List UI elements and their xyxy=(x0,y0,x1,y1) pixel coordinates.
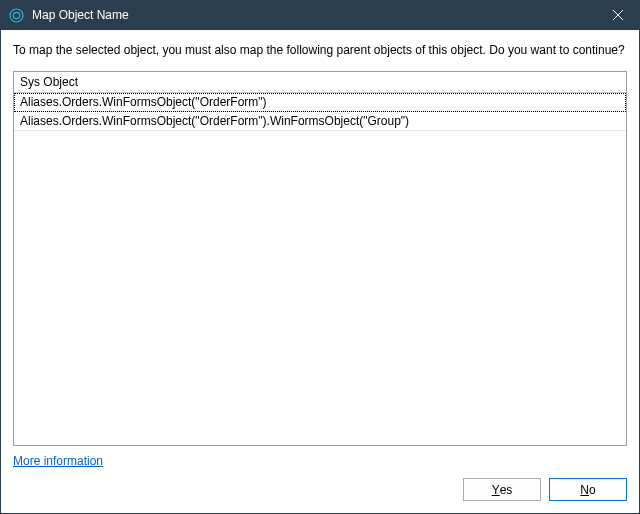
titlebar: Map Object Name xyxy=(0,0,640,30)
close-button[interactable] xyxy=(595,0,640,30)
yes-button[interactable]: Yes xyxy=(463,478,541,501)
close-icon xyxy=(613,10,623,20)
object-grid: Sys Object Aliases.Orders.WinFormsObject… xyxy=(13,71,627,446)
grid-column-header[interactable]: Sys Object xyxy=(14,72,626,93)
more-info-container: More information xyxy=(13,454,627,468)
table-row[interactable]: Aliases.Orders.WinFormsObject("OrderForm… xyxy=(14,93,626,112)
dialog-message: To map the selected object, you must als… xyxy=(13,42,627,59)
grid-body: Aliases.Orders.WinFormsObject("OrderForm… xyxy=(14,93,626,445)
window-body: To map the selected object, you must als… xyxy=(0,30,640,514)
svg-point-0 xyxy=(10,9,23,22)
window-title: Map Object Name xyxy=(32,8,595,22)
app-icon xyxy=(8,7,24,23)
svg-point-1 xyxy=(13,12,19,18)
more-information-link[interactable]: More information xyxy=(13,454,103,468)
no-button[interactable]: No xyxy=(549,478,627,501)
table-row[interactable]: Aliases.Orders.WinFormsObject("OrderForm… xyxy=(14,112,626,131)
button-row: Yes No xyxy=(13,478,627,501)
